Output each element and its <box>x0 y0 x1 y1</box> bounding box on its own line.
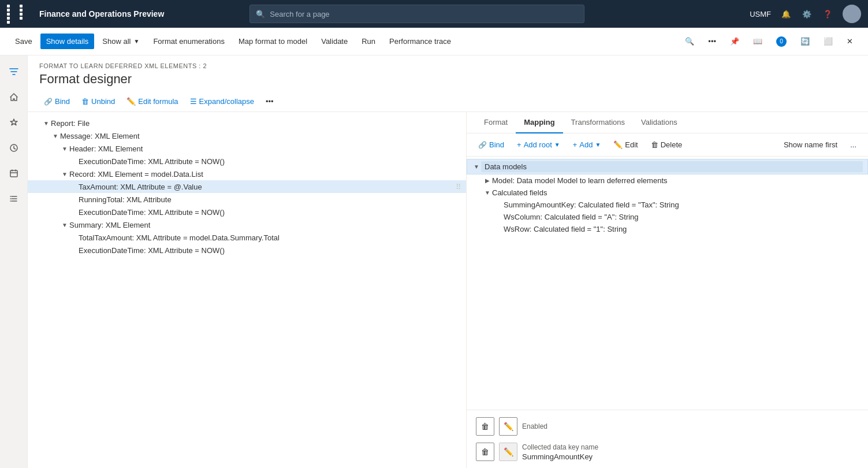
top-navigation-bar: Finance and Operations Preview 🔍 Search … <box>0 0 868 28</box>
tab-format[interactable]: Format <box>476 112 516 133</box>
bind-link-icon: 🔗 <box>478 141 487 149</box>
save-button[interactable]: Save <box>9 34 38 49</box>
page-subtitle: FORMAT TO LEARN DEFERRED XML ELEMENTS : … <box>39 62 856 69</box>
prop-row-enabled: 🗑 ✏️ Enabled <box>476 415 859 438</box>
map-item-summing[interactable]: SummingAmountKey: Calculated field = "Ta… <box>467 199 868 211</box>
edit-formula-button[interactable]: ✏️ Edit formula <box>122 95 182 108</box>
help-icon[interactable]: ❓ <box>822 8 833 20</box>
open-new-button[interactable]: ⬜ <box>818 34 839 49</box>
mapping-tab-bar: Format Mapping Transformations Validatio… <box>467 112 868 133</box>
performance-trace-button[interactable]: Performance trace <box>383 34 457 49</box>
add-button[interactable]: + Add ▼ <box>568 138 606 151</box>
pin-button[interactable]: 📌 <box>724 34 745 49</box>
format-enumerations-button[interactable]: Format enumerations <box>147 34 230 49</box>
nav-home-icon[interactable] <box>2 86 25 109</box>
nav-clock-icon[interactable] <box>2 136 25 159</box>
app-grid-icon[interactable] <box>7 5 31 24</box>
unbind-icon: 🗑 <box>81 97 89 106</box>
map-item-wsrow[interactable]: WsRow: Calculated field = "1": String <box>467 223 868 235</box>
app-title: Finance and Operations Preview <box>39 9 164 18</box>
mapping-tree: ▼ Data models ▶ Model: Data model Model … <box>467 157 868 410</box>
nav-filter-icon[interactable] <box>2 60 25 83</box>
nav-calendar-icon[interactable] <box>2 162 25 185</box>
properties-area: 🗑 ✏️ Enabled 🗑 ✏️ <box>467 410 868 468</box>
notification-icon[interactable]: 🔔 <box>780 8 792 20</box>
user-name: USMF <box>750 10 771 18</box>
tree-item-report[interactable]: ▼ Report: File <box>28 117 466 129</box>
add-chevron: ▼ <box>595 142 601 148</box>
add-root-button[interactable]: + Add root ▼ <box>512 138 565 151</box>
tree-item-header[interactable]: ▼ Header: XML Element <box>28 142 466 155</box>
topbar-right-actions: USMF 🔔 ⚙️ ❓ <box>750 5 861 23</box>
chevron-header: ▼ <box>60 144 69 153</box>
chevron-exec2 <box>69 207 79 217</box>
show-all-label: Show all <box>102 37 131 46</box>
tree-item-exec1[interactable]: ExecutionDateTime: XML Attribute = NOW() <box>28 155 466 168</box>
drag-handle-icon: ⠿ <box>456 183 461 191</box>
chevron-report: ▼ <box>42 118 51 128</box>
unbind-button[interactable]: 🗑 Unbind <box>77 95 120 108</box>
tree-item-record[interactable]: ▼ Record: XML Element = model.Data.List <box>28 168 466 180</box>
delete-icon-1: 🗑 <box>481 422 489 431</box>
expand-collapse-button[interactable]: ☰ Expand/collapse <box>185 95 259 108</box>
show-details-button[interactable]: Show details <box>40 34 95 49</box>
nav-list-icon[interactable] <box>2 187 25 210</box>
enabled-label: Enabled <box>522 422 547 430</box>
prop-delete-btn-1[interactable]: 🗑 <box>476 417 494 436</box>
add-icon: + <box>573 140 578 149</box>
tree-item-taxamount[interactable]: TaxAmount: XML Attribute = @.Value ⠿ <box>28 180 466 193</box>
toolbar-more-button[interactable]: ••• <box>261 95 278 108</box>
tab-transformations[interactable]: Transformations <box>563 112 633 133</box>
mapping-bind-button[interactable]: 🔗 Bind <box>474 138 509 151</box>
tree-item-exec3[interactable]: ExecutionDateTime: XML Attribute = NOW() <box>28 244 466 257</box>
refresh-button[interactable]: 🔄 <box>795 34 815 49</box>
tree-item-message[interactable]: ▼ Message: XML Element <box>28 129 466 142</box>
command-bar: Save Show details Show all ▼ Format enum… <box>0 28 868 55</box>
map-item-wscol[interactable]: WsColumn: Calculated field = "A": String <box>467 211 868 223</box>
prop-edit-btn-2[interactable]: ✏️ <box>499 443 517 461</box>
nav-star-icon[interactable] <box>2 111 25 134</box>
search-button[interactable]: 🔍 <box>679 34 700 49</box>
svg-rect-1 <box>10 170 17 177</box>
delete-button[interactable]: 🗑 Delete <box>646 138 687 151</box>
tree-item-exec2[interactable]: ExecutionDateTime: XML Attribute = NOW() <box>28 206 466 218</box>
tree-item-runningtotal[interactable]: RunningTotal: XML Attribute <box>28 193 466 206</box>
chevron-calc-fields: ▼ <box>483 190 492 196</box>
more-options-button[interactable]: ••• <box>702 34 722 49</box>
tab-mapping[interactable]: Mapping <box>516 112 562 133</box>
delete-trash-icon: 🗑 <box>651 140 658 149</box>
chevron-taxamount <box>69 182 79 191</box>
user-avatar[interactable] <box>843 5 861 23</box>
tree-item-totaltax[interactable]: TotalTaxAmount: XML Attribute = model.Da… <box>28 231 466 244</box>
bookmark-button[interactable]: 📖 <box>747 34 768 49</box>
map-item-model[interactable]: ▶ Model: Data model Model to learn defer… <box>467 174 868 187</box>
mapping-more-button[interactable]: ... <box>845 138 861 151</box>
left-nav <box>0 55 28 468</box>
prop-delete-btn-2[interactable]: 🗑 <box>476 443 494 461</box>
collected-key-label: Collected data key name <box>522 443 598 451</box>
close-button[interactable]: ✕ <box>841 34 859 49</box>
map-format-button[interactable]: Map format to model <box>233 34 313 49</box>
show-name-first-button[interactable]: Show name first <box>779 138 842 151</box>
chevron-data-models: ▼ <box>472 164 481 170</box>
tab-validations[interactable]: Validations <box>633 112 686 133</box>
validate-button[interactable]: Validate <box>315 34 353 49</box>
mapping-toolbar: 🔗 Bind + Add root ▼ + Add ▼ ✏️ <box>467 133 868 157</box>
page-layout: FORMAT TO LEARN DEFERRED XML ELEMENTS : … <box>0 55 868 468</box>
split-panel: ▼ Report: File ▼ Message: XML Element ▼ … <box>28 112 868 468</box>
editor-toolbar: 🔗 Bind 🗑 Unbind ✏️ Edit formula ☰ Expand… <box>28 91 868 112</box>
prop-edit-btn-1[interactable]: ✏️ <box>499 417 517 436</box>
expand-icon: ☰ <box>190 97 197 106</box>
global-search[interactable]: 🔍 Search for a page <box>249 5 584 23</box>
badge-button[interactable]: 0 <box>770 33 792 50</box>
edit-button[interactable]: ✏️ Edit <box>609 138 642 151</box>
chevron-record: ▼ <box>60 169 69 179</box>
tree-item-summary[interactable]: ▼ Summary: XML Element <box>28 218 466 231</box>
chevron-totaltax <box>69 233 79 242</box>
map-item-data-models[interactable]: ▼ Data models <box>467 159 868 174</box>
run-button[interactable]: Run <box>356 34 381 49</box>
show-all-button[interactable]: Show all ▼ <box>96 34 145 49</box>
settings-icon[interactable]: ⚙️ <box>801 8 813 20</box>
bind-button[interactable]: 🔗 Bind <box>39 95 74 108</box>
map-item-calc-fields[interactable]: ▼ Calculated fields <box>467 187 868 199</box>
